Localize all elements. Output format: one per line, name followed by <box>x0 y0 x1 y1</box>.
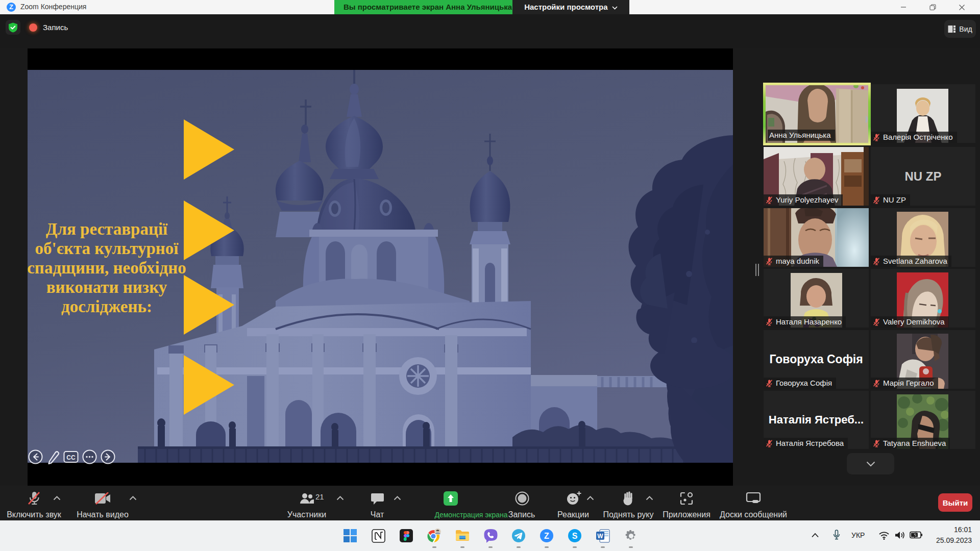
svg-text:S: S <box>572 532 578 540</box>
svg-text:W: W <box>597 532 603 539</box>
svg-text:Z: Z <box>544 532 549 540</box>
svg-text:CC: CC <box>66 454 76 461</box>
